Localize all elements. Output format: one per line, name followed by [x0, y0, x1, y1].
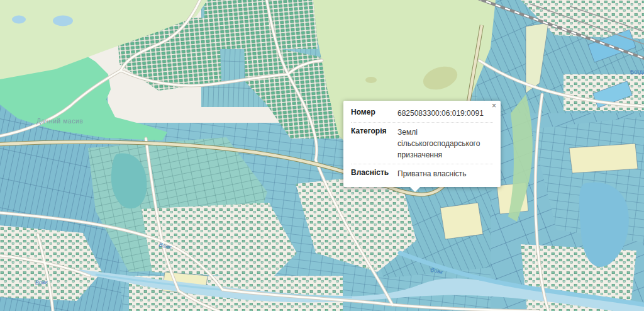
popup-row-label: Номер: [351, 108, 397, 119]
popup-row-ownership: Власність Приватна власність: [351, 164, 493, 183]
parcel-ownership-value: Приватна власність: [397, 168, 493, 179]
cadastral-map: Дачний масив Богда Вовк Вовк Вовк: [0, 0, 644, 311]
pond: [53, 16, 73, 26]
popup-row-category: Категорія Землі сільськогосподарського п…: [351, 122, 493, 164]
popup-pointer: [410, 187, 420, 192]
popup-row-label: Категорія: [351, 127, 397, 161]
map-canvas[interactable]: Дачний масив Богда Вовк Вовк Вовк × Номе…: [0, 0, 644, 311]
dacha-area-label: Дачний масив: [36, 117, 83, 125]
popup-row-label: Власність: [351, 168, 397, 179]
pond-small: [12, 16, 26, 24]
popup-close-icon[interactable]: ×: [492, 101, 496, 110]
popup-row-number: Номер 6825083300:06:019:0091: [351, 104, 493, 122]
parcel-info-popup: × Номер 6825083300:06:019:0091 Категорія…: [343, 101, 501, 187]
settlement-label: Богда: [630, 68, 644, 75]
river-label-1: Вовк: [35, 279, 48, 286]
parcel-number-value: 6825083300:06:019:0091: [397, 108, 493, 119]
parcel-category-value: Землі сільськогосподарського призначення: [397, 127, 493, 161]
